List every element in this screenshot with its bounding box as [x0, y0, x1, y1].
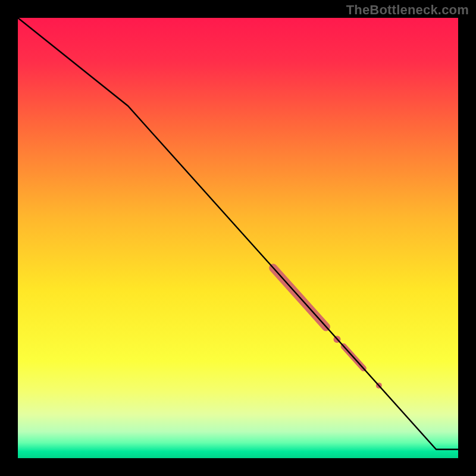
chart-stage: TheBottleneck.com — [0, 0, 476, 476]
chart-svg — [0, 0, 476, 476]
plot-background — [18, 18, 458, 458]
